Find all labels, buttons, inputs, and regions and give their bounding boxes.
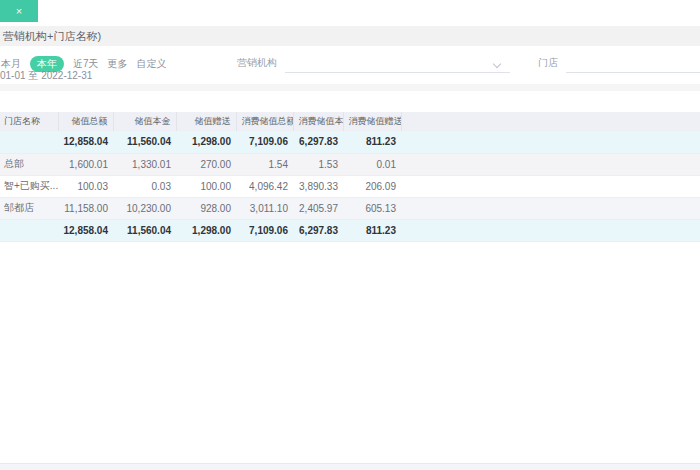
value-cell: 11,158.00: [58, 197, 113, 219]
section-divider: [0, 84, 700, 91]
store-name-cell: 总部: [0, 153, 58, 175]
title-bar: 营销机构+门店名称): [0, 26, 700, 46]
store-name-cell: 邹都店: [0, 197, 58, 219]
store-name-cell: [0, 131, 58, 153]
quick-range[interactable]: 更多: [108, 57, 128, 71]
value-cell: 2,405.97: [293, 197, 343, 219]
value-cell: 4,096.42: [236, 175, 293, 197]
value-cell: 811.23: [343, 219, 401, 241]
date-range-text[interactable]: 01-01 至 2022-12-31: [0, 69, 92, 83]
store-select[interactable]: 门店: [538, 53, 700, 73]
value-cell: 11,560.04: [113, 131, 176, 153]
value-cell: 1,298.00: [176, 131, 236, 153]
bottom-scrollbar-track[interactable]: [0, 463, 700, 470]
quick-range[interactable]: 自定义: [137, 57, 167, 71]
table-row[interactable]: 12,858.0411,560.041,298.007,109.066,297.…: [0, 131, 700, 153]
column-header: 门店名称: [0, 112, 58, 131]
value-cell: 1.53: [293, 153, 343, 175]
report-tab[interactable]: ×: [0, 0, 38, 22]
value-cell: 3,890.33: [293, 175, 343, 197]
value-cell: 100.00: [176, 175, 236, 197]
filler-cell: [401, 153, 700, 175]
value-cell: 100.03: [58, 175, 113, 197]
table-row[interactable]: 智+已购买...100.030.03100.004,096.423,890.33…: [0, 175, 700, 197]
store-select-label: 门店: [538, 56, 558, 73]
column-header: 消费储值本金: [293, 112, 343, 131]
value-cell: 6,297.83: [293, 219, 343, 241]
report-table: 门店名称储值总额储值本金储值赠送消费储值总额消费储值本金消费储值赠送金 12,8…: [0, 112, 700, 242]
column-header: 储值赠送: [176, 112, 236, 131]
close-icon[interactable]: ×: [16, 6, 22, 17]
store-name-cell: [0, 219, 58, 241]
value-cell: 1,298.00: [176, 219, 236, 241]
value-cell: 928.00: [176, 197, 236, 219]
filler-cell: [401, 197, 700, 219]
value-cell: 12,858.04: [58, 219, 113, 241]
table-header-row: 门店名称储值总额储值本金储值赠送消费储值总额消费储值本金消费储值赠送金: [0, 112, 700, 131]
table-row[interactable]: 总部1,600.011,330.01270.001.541.530.01: [0, 153, 700, 175]
org-select[interactable]: 营销机构: [237, 53, 510, 73]
chevron-down-icon: [493, 60, 501, 68]
value-cell: 605.13: [343, 197, 401, 219]
value-cell: 12,858.04: [58, 131, 113, 153]
value-cell: 6,297.83: [293, 131, 343, 153]
value-cell: 0.03: [113, 175, 176, 197]
value-cell: 7,109.06: [236, 131, 293, 153]
value-cell: 1.54: [236, 153, 293, 175]
table-row[interactable]: 12,858.0411,560.041,298.007,109.066,297.…: [0, 219, 700, 241]
value-cell: 1,330.01: [113, 153, 176, 175]
column-header: 消费储值赠送金: [343, 112, 401, 131]
column-header-filler: [401, 112, 700, 131]
value-cell: 270.00: [176, 153, 236, 175]
value-cell: 10,230.00: [113, 197, 176, 219]
column-header: 消费储值总额: [236, 112, 293, 131]
table-row[interactable]: 邹都店11,158.0010,230.00928.003,011.102,405…: [0, 197, 700, 219]
store-select-input[interactable]: [566, 53, 700, 73]
value-cell: 1,600.01: [58, 153, 113, 175]
value-cell: 11,560.04: [113, 219, 176, 241]
report-screen: × 营销机构+门店名称) 本月本年近7天更多自定义 01-01 至 2022-1…: [0, 0, 700, 470]
value-cell: 206.09: [343, 175, 401, 197]
org-select-label: 营销机构: [237, 56, 277, 73]
column-header: 储值总额: [58, 112, 113, 131]
report-table-body: 12,858.0411,560.041,298.007,109.066,297.…: [0, 131, 700, 241]
value-cell: 0.01: [343, 153, 401, 175]
column-header: 储值本金: [113, 112, 176, 131]
page-title: 营销机构+门店名称): [0, 29, 101, 44]
store-name-cell: 智+已购买...: [0, 175, 58, 197]
filler-cell: [401, 175, 700, 197]
org-select-input[interactable]: [285, 53, 510, 73]
filler-cell: [401, 131, 700, 153]
value-cell: 811.23: [343, 131, 401, 153]
value-cell: 3,011.10: [236, 197, 293, 219]
filler-cell: [401, 219, 700, 241]
value-cell: 7,109.06: [236, 219, 293, 241]
